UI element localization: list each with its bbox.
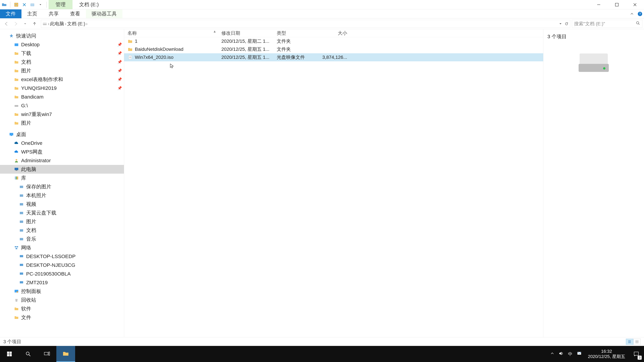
sort-indicator-icon: ▲ [213,29,216,33]
tree-local-photos[interactable]: 本机照片 [0,191,124,200]
nav-recent-dropdown[interactable] [20,20,30,28]
tab-view[interactable]: 查看 [64,9,86,18]
column-type[interactable]: 类型 [273,30,317,36]
recycle-icon [14,297,20,303]
taskbar-clock[interactable]: 16:32 2020/12/25, 星期五 [584,346,628,362]
tree-yunqishi[interactable]: YUNQISHI2019📌 [0,84,124,92]
tree-tianyi[interactable]: 天翼云盘下载 [0,209,124,217]
tree-g-drive[interactable]: G:\ [0,101,124,110]
file-row-selected[interactable]: Win7x64_2020.iso 2020/12/25, 星期五 1... 光盘… [124,53,543,61]
nav-forward-button[interactable] [11,20,20,28]
tree-bandicam[interactable]: Bandicam [0,92,124,101]
action-center-button[interactable]: 3 [628,346,644,362]
tree-zmt2019[interactable]: ZMT2019 [0,278,124,287]
view-thumbnails-button[interactable] [633,339,641,345]
volume-icon[interactable] [559,351,564,357]
task-view-button[interactable] [38,346,56,362]
maximize-button[interactable] [608,0,626,9]
start-button[interactable] [0,346,19,362]
tree-pictures[interactable]: 图片📌 [0,66,124,75]
tree-libraries[interactable]: 库 [0,174,124,182]
tree-excel-req[interactable]: excel表格制作求和📌 [0,75,124,84]
close-button[interactable] [626,0,644,9]
taskbar-file-explorer[interactable] [56,346,75,362]
svg-rect-28 [20,255,23,257]
user-icon [14,158,20,164]
tree-this-pc[interactable]: 此电脑 [0,165,124,174]
tree-documents[interactable]: 文档📌 [0,58,124,66]
folder-icon [18,227,24,233]
help-icon[interactable]: ? [636,9,644,18]
svg-rect-14 [16,170,17,171]
tree-software[interactable]: 软件 [0,304,124,313]
column-name[interactable]: 名称 [124,30,218,36]
tree-recycle-bin[interactable]: 回收站 [0,296,124,304]
view-details-button[interactable] [626,339,633,345]
tree-control-panel[interactable]: 控制面板 [0,287,124,296]
taskbar-search-button[interactable] [19,346,38,362]
column-headers: 名称 修改日期 类型 大小 [124,29,543,37]
qa-cancel-icon[interactable] [22,2,27,7]
tree-desktop[interactable]: Desktop📌 [0,40,124,49]
svg-rect-19 [20,194,23,197]
folder-icon [14,94,20,100]
svg-rect-29 [20,264,23,266]
tree-pictures2[interactable]: 图片 [0,119,124,127]
folder-icon [18,219,24,225]
tray-overflow-icon[interactable] [550,352,554,357]
search-icon[interactable] [636,21,640,26]
tree-saved-pics[interactable]: 保存的图片 [0,182,124,191]
qa-new-folder-icon[interactable] [30,2,35,7]
column-date[interactable]: 修改日期 [218,30,273,36]
tree-documents2[interactable]: 文档 [0,226,124,235]
qa-dropdown-icon[interactable] [38,2,43,7]
tray-app-icon[interactable] [577,351,582,357]
minimize-button[interactable] [590,0,608,9]
nav-back-button[interactable] [2,20,11,28]
ribbon-expand-icon[interactable] [628,9,636,18]
breadcrumb-current[interactable]: 文档 (E:) [67,21,85,27]
tree-folder-file[interactable]: 文件 [0,313,124,322]
tree-videos[interactable]: 视频 [0,200,124,209]
tree-music[interactable]: 音乐 [0,235,124,243]
search-box[interactable]: 搜索"文档 (E:)" [572,20,642,28]
file-row[interactable]: 1 2020/12/15, 星期二 1... 文件夹 [124,37,543,45]
tree-pictures3[interactable]: 图片 [0,217,124,226]
system-tray: 中 [548,346,584,362]
tree-desktop-root[interactable]: 桌面 [0,130,124,139]
navigation-tree: 快速访问 Desktop📌 下载📌 文档📌 图片📌 excel表格制作求和📌 Y… [0,29,124,353]
tree-pc-njeu3cg[interactable]: DESKTOP-NJEU3CG [0,261,124,270]
tree-win7reinstall[interactable]: win7重装win7 [0,110,124,119]
breadcrumb-root[interactable]: 此电脑 [50,21,64,27]
tree-onedrive[interactable]: OneDrive [0,139,124,147]
svg-rect-15 [15,176,16,179]
qa-properties-icon[interactable] [14,2,19,7]
tab-drive-tools[interactable]: 驱动器工具 [86,9,122,18]
tab-file[interactable]: 文件 [0,9,22,18]
svg-rect-22 [20,221,23,223]
tree-admin[interactable]: Administrator [0,156,124,165]
nav-up-button[interactable] [30,20,39,28]
tree-pc-2019[interactable]: PC-20190530OBLA [0,270,124,278]
svg-rect-18 [20,186,23,188]
tree-network[interactable]: 网络 [0,243,124,252]
tree-quick-access[interactable]: 快速访问 [0,31,124,40]
file-row[interactable]: BaiduNetdiskDownload 2020/12/25, 星期五 1..… [124,45,543,53]
svg-rect-2 [615,3,618,6]
refresh-icon[interactable] [564,22,569,26]
tree-wps[interactable]: WPS网盘 [0,147,124,156]
breadcrumb-bar[interactable]: › 此电脑 › 文档 (E:) › [41,20,570,28]
tree-pc-lssoedp[interactable]: DESKTOP-LSSOEDP [0,252,124,261]
pc-icon [18,271,24,277]
svg-rect-30 [20,273,23,275]
column-size[interactable]: 大小 [317,30,350,36]
folder-icon [14,41,20,48]
svg-rect-26 [16,246,18,247]
ime-indicator[interactable]: 中 [568,351,572,357]
tab-home[interactable]: 主页 [22,9,43,18]
tree-downloads[interactable]: 下载📌 [0,49,124,58]
folder-icon [14,120,20,126]
breadcrumb-dropdown-icon[interactable] [559,22,562,25]
pin-icon: 📌 [118,42,122,47]
tab-share[interactable]: 共享 [43,9,64,18]
